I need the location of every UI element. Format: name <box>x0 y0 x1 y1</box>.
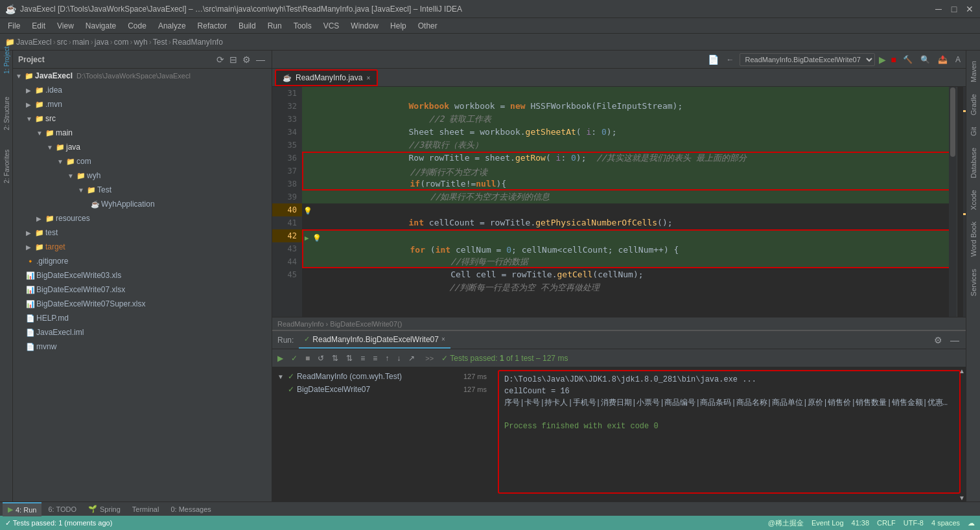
tree-test[interactable]: ▶ 📁 test <box>13 225 272 240</box>
tree-src[interactable]: ▼ 📁 src <box>13 111 272 126</box>
translate-btn[interactable]: A <box>953 54 963 65</box>
messages-bottom-tab[interactable]: 0: Messages <box>165 502 216 516</box>
next-fail-btn[interactable]: ↓ <box>394 352 403 364</box>
menu-other[interactable]: Other <box>413 20 443 32</box>
run-check-btn[interactable]: ✓ <box>288 352 300 364</box>
status-git-icon[interactable]: ☁ <box>968 519 975 527</box>
run-tree-bigdate[interactable]: ✓ BigDateExcelWrite07 127 ms <box>272 383 492 396</box>
tree-test-folder[interactable]: ▼ 📁 Test <box>13 183 272 197</box>
menu-refactor[interactable]: Refactor <box>192 20 232 32</box>
bc-readmanyinfo[interactable]: ReadManyInfo <box>172 38 223 47</box>
sync-btn[interactable]: ⟳ <box>215 53 226 66</box>
word-book-tab[interactable]: Word Book <box>968 216 979 262</box>
tab-close-btn[interactable]: × <box>366 75 370 82</box>
run-rerun-btn[interactable]: ↺ <box>315 352 327 364</box>
services-tab[interactable]: Services <box>968 264 979 301</box>
menu-code[interactable]: Code <box>122 20 152 32</box>
project-panel-toggle[interactable]: 1: Project <box>1 53 12 67</box>
terminal-bottom-tab[interactable]: Terminal <box>127 502 165 516</box>
run-config-select[interactable]: ReadManyInfo.BigDateExcelWrite07 <box>740 53 875 66</box>
tree-mvn[interactable]: ▶ 📁 .mvn <box>13 97 272 111</box>
sort-dur-btn[interactable]: ⇅ <box>344 352 355 364</box>
run-tab-readmanyinfo[interactable]: ✓ ReadManyInfo.BigDateExcelWrite07 × <box>299 332 450 349</box>
prev-fail-btn[interactable]: ↑ <box>382 352 391 364</box>
status-event-log[interactable]: Event Log <box>811 519 844 527</box>
status-encoding[interactable]: UTF-8 <box>904 519 924 527</box>
tree-mvnw[interactable]: 📄 mvnw <box>13 340 272 354</box>
git-tab[interactable]: Git <box>968 122 979 141</box>
status-position[interactable]: 41:38 <box>852 519 870 527</box>
gear-btn[interactable]: ⚙ <box>241 53 252 66</box>
tree-main[interactable]: ▼ 📁 main <box>13 126 272 140</box>
bc-com[interactable]: com <box>114 38 129 47</box>
database-tab[interactable]: Database <box>968 143 979 183</box>
tree-excel07[interactable]: 📊 BigDateExcelWrite07.xlsx <box>13 282 272 297</box>
vertical-scrollbar[interactable] <box>949 87 957 317</box>
run-again-btn[interactable]: ▶ <box>275 352 286 364</box>
status-line-sep[interactable]: CRLF <box>877 519 896 527</box>
run-tab-close[interactable]: × <box>441 336 445 343</box>
menu-edit[interactable]: Edit <box>27 20 51 32</box>
bc-src[interactable]: src <box>57 38 67 47</box>
tree-resources[interactable]: ▶ 📁 resources <box>13 211 272 225</box>
collapse-btn[interactable]: ≡ <box>370 352 380 364</box>
output-scrollbar[interactable]: ▲ ▼ <box>958 367 966 501</box>
tree-wyhapplication[interactable]: ☕ WyhApplication <box>13 197 272 211</box>
menu-window[interactable]: Window <box>345 20 384 32</box>
tree-iml[interactable]: 📄 JavaExecl.iml <box>13 325 272 340</box>
tree-wyh[interactable]: ▼ 📁 wyh <box>13 168 272 183</box>
vcs-push-btn[interactable]: 📤 <box>935 54 950 65</box>
gradle-tab[interactable]: Gradle <box>968 89 979 121</box>
scroll-up-btn[interactable]: ▲ <box>959 367 965 374</box>
scroll-down-btn[interactable]: ▼ <box>959 494 965 501</box>
favorites-panel-toggle[interactable]: 2: Favorites <box>1 159 12 174</box>
close-button[interactable]: ✕ <box>964 4 975 14</box>
sort-alpha-btn[interactable]: ⇅ <box>329 352 341 364</box>
tree-gitignore[interactable]: 🔸 .gitignore <box>13 254 272 268</box>
menu-tools[interactable]: Tools <box>288 20 317 32</box>
hide-btn[interactable]: — <box>255 53 266 66</box>
structure-panel-toggle[interactable]: 2: Structure <box>1 106 12 121</box>
export-btn[interactable]: ↗ <box>406 352 417 364</box>
build-btn[interactable]: 🔨 <box>900 54 915 65</box>
menu-analyze[interactable]: Analyze <box>153 20 191 32</box>
run-button[interactable]: ▶ <box>878 53 887 66</box>
bc-java[interactable]: java <box>95 38 109 47</box>
navigate-back-btn[interactable]: ← <box>724 54 737 65</box>
menu-navigate[interactable]: Navigate <box>80 20 121 32</box>
stop-button[interactable]: ■ <box>890 53 898 66</box>
tab-readmanyinfo[interactable]: ☕ ReadManyInfo.java × <box>275 69 378 86</box>
bc-main[interactable]: main <box>73 38 89 47</box>
run-bottom-tab[interactable]: ▶ 4: Run <box>3 502 41 516</box>
menu-vcs[interactable]: VCS <box>318 20 345 32</box>
menu-file[interactable]: File <box>3 20 25 32</box>
todo-bottom-tab[interactable]: 6: TODO <box>43 502 82 516</box>
status-indent[interactable]: 4 spaces <box>931 519 960 527</box>
bc-javaexecl[interactable]: JavaExecl <box>16 38 52 47</box>
minimize-button[interactable]: ─ <box>933 4 944 14</box>
menu-run[interactable]: Run <box>262 20 287 32</box>
spring-bottom-tab[interactable]: 🌱 Spring <box>83 502 126 516</box>
tree-target[interactable]: ▶ 📁 target <box>13 240 272 254</box>
tree-com[interactable]: ▼ 📁 com <box>13 154 272 168</box>
xcode-tab[interactable]: Xcode <box>968 185 979 215</box>
run-stop-btn[interactable]: ■ <box>303 352 312 364</box>
bc-test[interactable]: Test <box>153 38 167 47</box>
maven-tab[interactable]: Maven <box>968 56 979 87</box>
code-content[interactable]: Workbook workbook = new HSSFWorkbook(Fil… <box>302 87 957 317</box>
menu-build[interactable]: Build <box>233 20 261 32</box>
bc-wyh[interactable]: wyh <box>134 38 147 47</box>
menu-view[interactable]: View <box>52 20 79 32</box>
expand-btn[interactable]: ≡ <box>358 352 368 364</box>
tree-idea[interactable]: ▶ 📁 .idea <box>13 83 272 97</box>
sync-files-btn[interactable]: 📄 <box>705 53 721 66</box>
tree-excel07super[interactable]: 📊 BigDateExcelWrite07Super.xlsx <box>13 297 272 311</box>
maximize-button[interactable]: □ <box>949 4 959 14</box>
run-settings-btn[interactable]: ⚙ <box>933 334 944 347</box>
tree-helpmd[interactable]: 📄 HELP.md <box>13 311 272 325</box>
search-btn[interactable]: 🔍 <box>918 54 933 65</box>
run-tree-readmanyinfo[interactable]: ▼ ✓ ReadManyInfo (com.wyh.Test) 127 ms <box>272 370 492 383</box>
menu-help[interactable]: Help <box>385 20 412 32</box>
collapse-all-btn[interactable]: ⊟ <box>228 53 239 66</box>
tree-excel03[interactable]: 📊 BigDateExcelWrite03.xls <box>13 268 272 282</box>
